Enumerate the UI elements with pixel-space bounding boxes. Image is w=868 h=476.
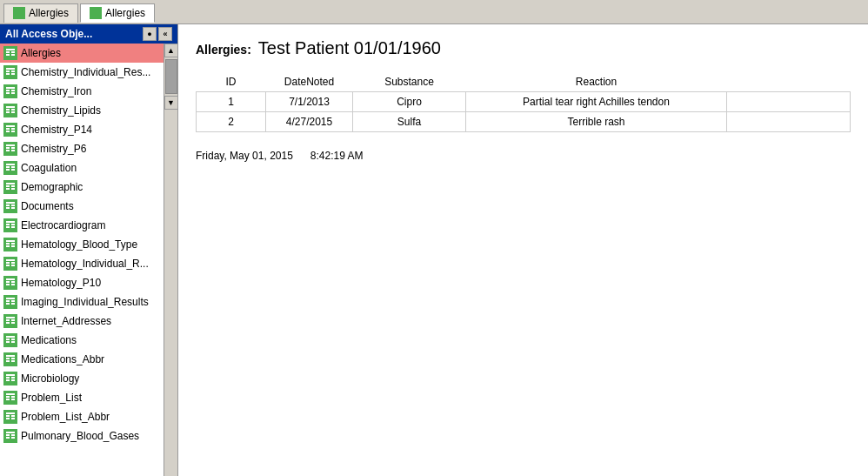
scroll-down-btn[interactable]: ▼ [164, 96, 178, 110]
svg-rect-71 [11, 265, 15, 266]
nav-icon-6 [3, 161, 17, 175]
nav-item-medications[interactable]: Medications [0, 331, 164, 350]
table-header: ID DateNoted Substance Reaction [197, 72, 851, 92]
svg-rect-9 [11, 70, 15, 72]
nav-item-demographic[interactable]: Demographic [0, 178, 164, 197]
nav-item-chemistry-individual-res---[interactable]: Chemistry_Individual_Res... [0, 63, 164, 82]
svg-rect-28 [6, 131, 10, 132]
nav-item-documents[interactable]: Documents [0, 197, 164, 216]
nav-item-coagulation[interactable]: Coagulation [0, 158, 164, 178]
collapse-btn[interactable]: « [158, 27, 172, 41]
nav-item-hematology-individual-r---[interactable]: Hematology_Individual_R... [0, 254, 164, 273]
svg-rect-81 [11, 300, 15, 302]
nav-item-problem-list[interactable]: Problem_List [0, 388, 164, 407]
nav-label-11: Hematology_Individual_R... [21, 258, 149, 270]
svg-rect-29 [11, 131, 15, 132]
expand-btn[interactable]: ● [143, 27, 157, 41]
nav-item-medications-abbr[interactable]: Medications_Abbr [0, 350, 164, 369]
svg-rect-80 [6, 300, 10, 302]
nav-item-chemistry-iron[interactable]: Chemistry_Iron [0, 82, 164, 101]
left-panel-title: All Access Obje... [5, 28, 92, 40]
svg-rect-7 [6, 68, 15, 70]
col-header-date: DateNoted [266, 72, 353, 92]
table-row-1[interactable]: 17/1/2013CiproPartial tear right Achille… [197, 92, 851, 112]
section-label: Allergies: [196, 43, 251, 57]
svg-rect-52 [6, 207, 10, 209]
svg-rect-16 [6, 92, 10, 94]
tab-bar: Allergies Allergies [0, 0, 868, 24]
scrollbar-thumb[interactable] [165, 59, 177, 94]
cell-extra-1 [727, 92, 851, 112]
svg-rect-85 [6, 317, 15, 318]
svg-rect-105 [11, 377, 15, 379]
scroll-up-btn[interactable]: ▲ [164, 44, 178, 57]
svg-rect-2 [6, 51, 10, 53]
svg-rect-87 [11, 319, 15, 321]
left-panel-header: All Access Obje... ● « [0, 24, 177, 44]
svg-rect-5 [11, 54, 15, 56]
svg-rect-73 [6, 278, 15, 280]
nav-icon-15 [3, 333, 17, 347]
svg-rect-115 [6, 412, 15, 414]
svg-rect-125 [11, 437, 15, 439]
tab-allergies-2[interactable]: Allergies [80, 3, 155, 23]
right-panel: Allergies: Test Patient 01/01/1960 ID Da… [178, 24, 868, 476]
nav-item-pulmonary-blood-gases[interactable]: Pulmonary_Blood_Gases [0, 426, 164, 446]
nav-item-internet-addresses[interactable]: Internet_Addresses [0, 312, 164, 331]
svg-rect-17 [11, 92, 15, 94]
nav-label-9: Electrocardiogram [21, 219, 105, 231]
svg-rect-49 [6, 202, 15, 204]
cell-reaction-1: Partial tear right Achilles tendon [466, 92, 727, 112]
col-header-substance: Substance [353, 72, 466, 92]
table-body: 17/1/2013CiproPartial tear right Achille… [197, 92, 851, 132]
nav-label-18: Problem_List [21, 392, 82, 404]
tab-allergies-1[interactable]: Allergies [3, 3, 78, 23]
svg-rect-89 [11, 322, 15, 324]
table-icon-2 [90, 7, 102, 19]
nav-label-14: Internet_Addresses [21, 315, 111, 327]
nav-label-2: Chemistry_Iron [21, 85, 91, 97]
nav-item-hematology-p10[interactable]: Hematology_P10 [0, 273, 164, 292]
svg-rect-124 [6, 437, 10, 439]
svg-rect-22 [6, 111, 10, 113]
nav-icon-19 [3, 410, 17, 424]
svg-rect-119 [11, 418, 15, 419]
svg-rect-76 [6, 284, 10, 285]
nav-item-microbiology[interactable]: Microbiology [0, 369, 164, 388]
svg-rect-99 [11, 358, 15, 359]
svg-rect-32 [6, 147, 10, 149]
svg-rect-38 [6, 166, 10, 168]
table-row-2[interactable]: 24/27/2015SulfaTerrible rash [197, 112, 851, 132]
nav-item-imaging-individual-results[interactable]: Imaging_Individual_Results [0, 292, 164, 312]
svg-rect-46 [6, 188, 10, 190]
svg-rect-101 [11, 360, 15, 362]
svg-rect-64 [6, 245, 10, 247]
tab-label-2: Allergies [105, 7, 145, 19]
cell-substance-1: Cipro [353, 92, 466, 112]
col-header-extra [727, 72, 851, 92]
svg-rect-33 [11, 147, 15, 149]
svg-rect-118 [6, 418, 10, 419]
nav-label-17: Microbiology [21, 372, 79, 385]
cell-extra-2 [727, 112, 851, 132]
nav-item-chemistry-p6[interactable]: Chemistry_P6 [0, 139, 164, 158]
svg-rect-106 [6, 379, 10, 381]
nav-label-15: Medications [21, 334, 77, 346]
svg-rect-98 [6, 358, 10, 359]
nav-item-chemistry-lipids[interactable]: Chemistry_Lipids [0, 101, 164, 120]
content-area: Allergies: Test Patient 01/01/1960 ID Da… [178, 24, 868, 476]
nav-item-chemistry-p14[interactable]: Chemistry_P14 [0, 120, 164, 139]
nav-item-problem-list-abbr[interactable]: Problem_List_Abbr [0, 407, 164, 426]
svg-rect-63 [11, 243, 15, 245]
svg-rect-10 [6, 73, 10, 75]
svg-rect-55 [6, 221, 15, 223]
nav-label-10: Hematology_Blood_Type [21, 238, 137, 251]
nav-item-allergies[interactable]: Allergies [0, 44, 164, 63]
nav-item-hematology-blood-type[interactable]: Hematology_Blood_Type [0, 235, 164, 254]
nav-label-12: Hematology_P10 [21, 277, 101, 289]
allergies-title: Allergies: Test Patient 01/01/1960 [196, 38, 851, 58]
svg-rect-67 [6, 259, 15, 261]
svg-rect-113 [11, 399, 15, 400]
nav-item-electrocardiogram[interactable]: Electrocardiogram [0, 216, 164, 235]
svg-rect-117 [11, 415, 15, 417]
